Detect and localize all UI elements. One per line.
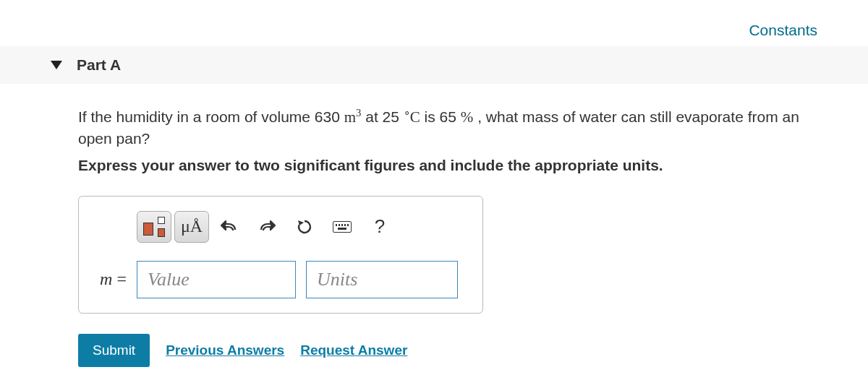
variable-label: m =: [92, 270, 127, 289]
q-mid1: at 25: [361, 108, 403, 125]
question-text: If the humidity in a room of volume 630 …: [78, 105, 832, 150]
part-title: Part A: [77, 56, 121, 74]
request-answer-link[interactable]: Request Answer: [300, 342, 407, 358]
value-input[interactable]: [137, 261, 296, 298]
caret-down-icon: [51, 61, 62, 69]
constants-link[interactable]: Constants: [749, 22, 817, 39]
q-percent: %: [461, 108, 474, 126]
undo-icon: [221, 220, 238, 234]
q-prefix: If the humidity in a room of volume 630: [78, 108, 344, 125]
keyboard-button[interactable]: [325, 211, 359, 243]
q-mid2: is 65: [420, 108, 461, 125]
reset-button[interactable]: [287, 211, 322, 243]
help-button[interactable]: ?: [362, 211, 397, 243]
answer-box: μÅ ? m =: [78, 196, 483, 314]
submit-button[interactable]: Submit: [78, 334, 150, 367]
q-unit-base: m: [344, 108, 356, 126]
keyboard-icon: [333, 221, 352, 233]
variable-symbol: m: [100, 270, 112, 288]
reset-icon: [296, 218, 313, 236]
part-header[interactable]: Part A: [0, 46, 868, 84]
templates-icon: [143, 217, 165, 237]
answer-instruction: Express your answer to two significant f…: [78, 157, 832, 174]
equals-sign: =: [112, 270, 127, 288]
q-degree: ∘: [404, 107, 410, 118]
units-input[interactable]: [306, 261, 458, 298]
symbols-icon: μÅ: [181, 217, 203, 236]
toolbar: μÅ ?: [137, 211, 469, 243]
undo-button[interactable]: [212, 211, 247, 243]
redo-icon: [258, 220, 276, 234]
q-temp-unit: C: [410, 108, 420, 126]
help-icon: ?: [375, 215, 385, 238]
templates-button[interactable]: [137, 211, 171, 243]
symbols-button[interactable]: μÅ: [174, 211, 209, 243]
previous-answers-link[interactable]: Previous Answers: [166, 342, 284, 358]
redo-button[interactable]: [250, 211, 284, 243]
